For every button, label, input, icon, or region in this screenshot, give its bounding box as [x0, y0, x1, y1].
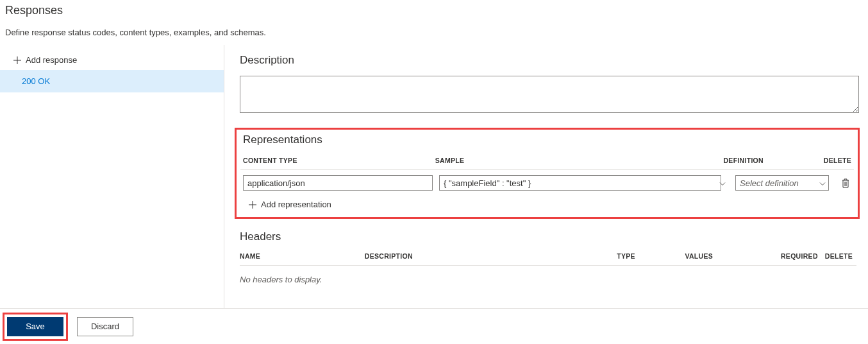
response-item-200-ok[interactable]: 200 OK: [0, 70, 224, 92]
column-description: DESCRIPTION: [365, 252, 617, 260]
column-delete: DELETE: [817, 157, 851, 164]
column-name: NAME: [240, 252, 365, 260]
save-button[interactable]: Save: [7, 317, 63, 336]
definition-placeholder: Select definition: [740, 178, 799, 188]
add-representation-button[interactable]: Add representation: [240, 191, 854, 209]
column-definition: DEFINITION: [723, 157, 817, 164]
plus-icon: [13, 56, 22, 65]
response-detail-panel: Description Representations CONTENT TYPE…: [224, 45, 868, 308]
plus-icon: [248, 200, 257, 209]
headers-table-header: NAME DESCRIPTION TYPE VALUES REQUIRED DE…: [240, 252, 856, 266]
sample-input[interactable]: [439, 175, 721, 191]
content-type-input[interactable]: [243, 175, 433, 191]
delete-representation-button[interactable]: [840, 177, 851, 189]
column-required: REQUIRED: [781, 252, 825, 260]
add-representation-label: Add representation: [261, 200, 331, 209]
responses-sidebar: Add response 200 OK: [0, 45, 224, 308]
column-delete: DELETE: [825, 252, 856, 260]
definition-select[interactable]: Select definition: [735, 175, 829, 191]
footer-toolbar: Save Discard: [0, 308, 868, 344]
representations-section-highlight: Representations CONTENT TYPE SAMPLE DEFI…: [235, 128, 860, 219]
column-content-type: CONTENT TYPE: [243, 157, 435, 164]
discard-button[interactable]: Discard: [77, 317, 133, 336]
column-type: TYPE: [617, 252, 685, 260]
add-response-label: Add response: [26, 55, 77, 65]
empty-headers-text: No headers to display.: [240, 266, 856, 284]
representations-heading: Representations: [243, 133, 854, 146]
add-response-button[interactable]: Add response: [0, 50, 224, 70]
page-subtitle: Define response status codes, content ty…: [0, 20, 868, 44]
representation-row: Select definition: [240, 170, 854, 191]
description-textarea[interactable]: [240, 76, 859, 113]
headers-heading: Headers: [240, 230, 856, 243]
page-title: Responses: [0, 0, 868, 20]
column-values: VALUES: [685, 252, 781, 260]
column-sample: SAMPLE: [435, 157, 724, 164]
representations-table-header: CONTENT TYPE SAMPLE DEFINITION DELETE: [240, 157, 854, 170]
description-heading: Description: [240, 54, 868, 67]
headers-section: Headers NAME DESCRIPTION TYPE VALUES REQ…: [240, 230, 856, 284]
save-button-highlight: Save: [3, 313, 68, 341]
trash-icon: [841, 178, 850, 188]
